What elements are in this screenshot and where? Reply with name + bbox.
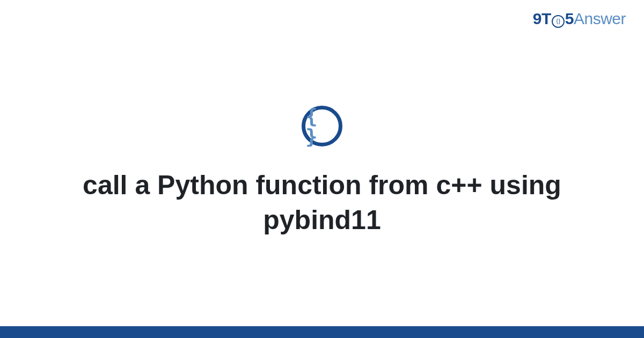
main-content: { } call a Python function from c++ usin… [0,0,644,327]
footer-bar [0,326,644,338]
question-title: call a Python function from c++ using py… [59,168,585,238]
code-braces-icon: { } [302,106,342,146]
category-icon-wrap: { } [302,106,342,146]
braces-glyph: { } [305,106,339,146]
